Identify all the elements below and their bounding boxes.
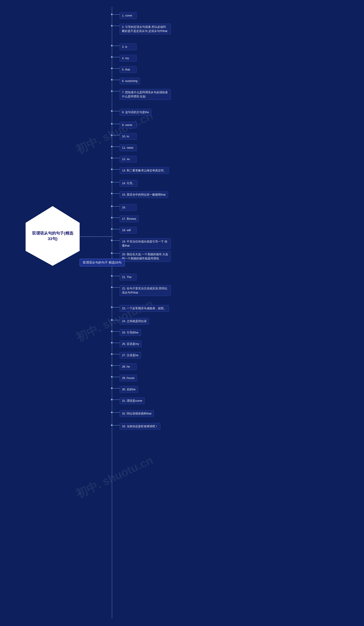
node-connector-9 xyxy=(112,124,120,124)
node-dot-24 xyxy=(111,319,113,321)
node-box-29: 29. house xyxy=(120,375,137,381)
node-box-31: 31. 谓语是come xyxy=(120,397,145,404)
diamond-shape: 双谓语从句的句子(精选33句) xyxy=(26,206,80,266)
node-connector-23 xyxy=(112,307,120,308)
node-connector-17 xyxy=(112,218,120,218)
node-connector-22 xyxy=(112,287,120,288)
node-connector-4 xyxy=(112,57,120,57)
node-box-9: 9. oome xyxy=(120,122,137,128)
node-dot-6 xyxy=(111,79,113,80)
node-dot-31 xyxy=(111,399,113,400)
node-box-16: 16. xyxy=(120,204,137,211)
node-box-30: 30. 后的he xyxy=(120,386,138,393)
node-connector-20 xyxy=(112,253,120,253)
node-dot-2 xyxy=(111,25,113,27)
node-dot-14 xyxy=(111,181,113,183)
node-connector-31 xyxy=(112,399,120,400)
node-box-10: 10. to xyxy=(120,133,137,140)
node-dot-25 xyxy=(111,330,113,332)
node-dot-19 xyxy=(111,239,113,241)
node-dot-28 xyxy=(111,365,113,366)
node-box-13: 13. 和二看变象求山海交单真议究。 xyxy=(120,167,169,174)
node-dot-33 xyxy=(111,424,113,426)
node-connector-12 xyxy=(112,158,120,158)
node-box-27: 27. 主语是he xyxy=(120,352,141,359)
node-connector-29 xyxy=(112,377,120,377)
node-box-4: 4. my xyxy=(120,55,137,62)
node-dot-27 xyxy=(111,353,113,355)
node-dot-16 xyxy=(111,205,113,207)
node-connector-33 xyxy=(112,425,120,426)
node-box-18: 18. will xyxy=(120,227,137,234)
node-box-25: 25. 引导的he xyxy=(120,329,141,336)
node-connector-8 xyxy=(112,111,120,111)
node-dot-21 xyxy=(111,275,113,277)
node-dot-32 xyxy=(111,412,113,413)
node-connector-2 xyxy=(112,26,120,26)
node-box-19: 19. 不充当任何成分就是引导一下.你看that xyxy=(120,238,171,249)
node-dot-29 xyxy=(111,376,113,378)
node-box-14: 14. 引导。 xyxy=(120,180,138,187)
diamond-container: 双谓语从句的句子(精选33句) xyxy=(26,206,80,263)
node-box-7: 7. 想知道什么是同谓语从句必须知道什么是同谓语.比如 xyxy=(120,89,171,100)
node-connector-6 xyxy=(112,80,120,80)
node-connector-3 xyxy=(112,46,120,46)
node-dot-17 xyxy=(111,217,113,218)
node-dot-4 xyxy=(111,56,113,58)
node-box-26: 26. 宾语是my xyxy=(120,341,141,347)
node-dot-26 xyxy=(111,342,113,344)
node-connector-13 xyxy=(112,169,120,170)
node-box-23: 23. 一下反军期济马省除准，按照。 xyxy=(120,305,169,312)
node-box-21: 21. The xyxy=(120,274,137,280)
node-box-33: 33. 当然你还是听老师讲吧！ xyxy=(120,423,161,430)
node-dot-18 xyxy=(111,228,113,230)
node-connector-28 xyxy=(112,365,120,366)
node-dot-8 xyxy=(111,110,113,112)
diamond-to-center-line xyxy=(80,236,112,237)
node-box-8: 8. 这句话的主句是the xyxy=(120,109,151,116)
node-connector-25 xyxy=(112,331,120,332)
node-dot-22 xyxy=(111,286,113,288)
node-dot-9 xyxy=(111,123,113,125)
node-dot-20 xyxy=(111,252,113,254)
vertical-line xyxy=(112,7,112,618)
node-dot-7 xyxy=(111,90,113,92)
node-connector-32 xyxy=(112,412,120,413)
watermark4: shuotu.cn xyxy=(182,239,237,274)
node-box-5: 5. that xyxy=(120,66,137,73)
node-connector-10 xyxy=(112,135,120,135)
node-box-3: 3. is xyxy=(120,43,137,50)
watermark: 初中. shuotu.cn xyxy=(74,108,156,157)
node-connector-27 xyxy=(112,354,120,354)
node-connector-21 xyxy=(112,276,120,276)
node-connector-18 xyxy=(112,229,120,229)
node-dot-15 xyxy=(111,193,113,194)
node-dot-3 xyxy=(111,45,113,46)
node-box-2: 2. 引导的定语从句混淆.所以必须判断好是不是定语从句.定语从句中that xyxy=(120,24,171,34)
node-box-11: 11. news xyxy=(120,144,137,151)
diamond-label: 双谓语从句的句子(精选33句) xyxy=(26,231,80,241)
node-connector-15 xyxy=(112,194,120,194)
node-dot-23 xyxy=(111,306,113,308)
node-dot-30 xyxy=(111,387,113,389)
node-connector-11 xyxy=(112,147,120,147)
node-dot-13 xyxy=(111,168,113,170)
mind-map: 初中. shuotu.cn 初中. shuotu.cn 初中. shuotu.c… xyxy=(0,0,364,626)
node-connector-5 xyxy=(112,68,120,69)
node-box-32: 32. 同位语很容易和that xyxy=(120,410,154,417)
node-box-1: 1. come xyxy=(120,12,137,19)
node-box-6: 6. surprising xyxy=(120,78,140,84)
node-connector-14 xyxy=(112,182,120,182)
node-box-22: 22. 在句子里充当主语或宾语;而同位语从句中that xyxy=(120,285,171,296)
node-connector-7 xyxy=(112,91,120,91)
node-connector-1 xyxy=(112,14,120,15)
node-box-12: 12. so xyxy=(120,156,137,162)
node-dot-10 xyxy=(111,134,113,136)
node-connector-16 xyxy=(112,206,120,206)
node-box-17: 17. 和news xyxy=(120,215,139,222)
node-dot-1 xyxy=(111,13,113,15)
watermark3: 初中. shuotu.cn xyxy=(74,453,156,502)
node-box-28: 28. he xyxy=(120,363,137,370)
node-box-20: 20. 我住在大连.一个美丽的城市.大连和一个美丽的城市就是同谓语. xyxy=(120,251,171,262)
node-connector-26 xyxy=(112,343,120,343)
